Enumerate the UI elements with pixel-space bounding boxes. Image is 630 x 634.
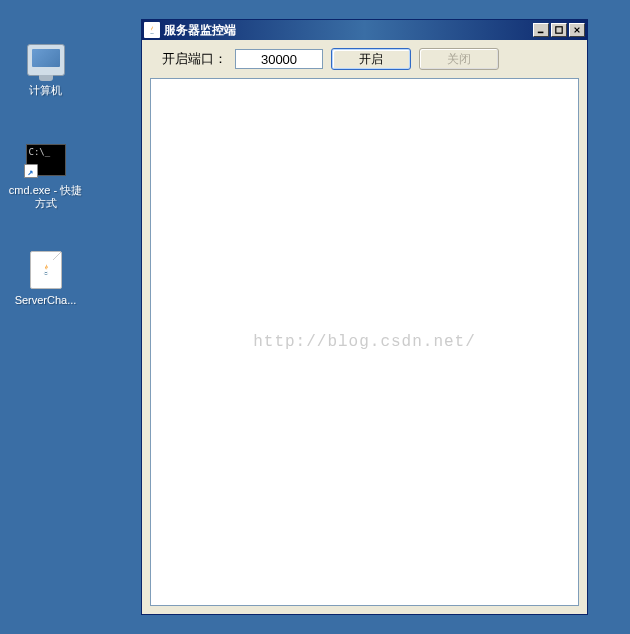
desktop-icon-label: ServerCha... — [15, 294, 77, 307]
open-button[interactable]: 开启 — [331, 48, 411, 70]
desktop-icon-label: 计算机 — [29, 84, 62, 97]
close-button[interactable] — [569, 23, 585, 37]
cmd-icon: C:\_ ↗ — [26, 140, 66, 180]
desktop-icon-label: cmd.exe - 快捷方式 — [8, 184, 83, 210]
desktop-icon-cmd[interactable]: C:\_ ↗ cmd.exe - 快捷方式 — [8, 140, 83, 210]
titlebar[interactable]: 服务器监控端 — [142, 20, 587, 40]
window-controls — [533, 23, 585, 37]
port-label: 开启端口： — [150, 50, 227, 68]
desktop-icon-server-file[interactable]: ServerCha... — [8, 250, 83, 307]
svg-rect-1 — [556, 27, 562, 33]
java-file-icon — [26, 250, 66, 290]
minimize-button[interactable] — [533, 23, 549, 37]
java-icon — [144, 22, 160, 38]
toolbar: 开启端口： 开启 关闭 — [142, 40, 587, 78]
desktop-icon-computer[interactable]: 计算机 — [8, 40, 83, 97]
port-input[interactable] — [235, 49, 323, 69]
computer-icon — [26, 40, 66, 80]
server-monitor-window: 服务器监控端 开启端口： 开启 关闭 http://blog.csdn.net/ — [141, 19, 588, 615]
window-title: 服务器监控端 — [164, 22, 533, 39]
svg-rect-0 — [538, 32, 544, 34]
watermark-text: http://blog.csdn.net/ — [253, 333, 476, 351]
log-textarea[interactable]: http://blog.csdn.net/ — [150, 78, 579, 606]
close-port-button[interactable]: 关闭 — [419, 48, 499, 70]
maximize-button[interactable] — [551, 23, 567, 37]
